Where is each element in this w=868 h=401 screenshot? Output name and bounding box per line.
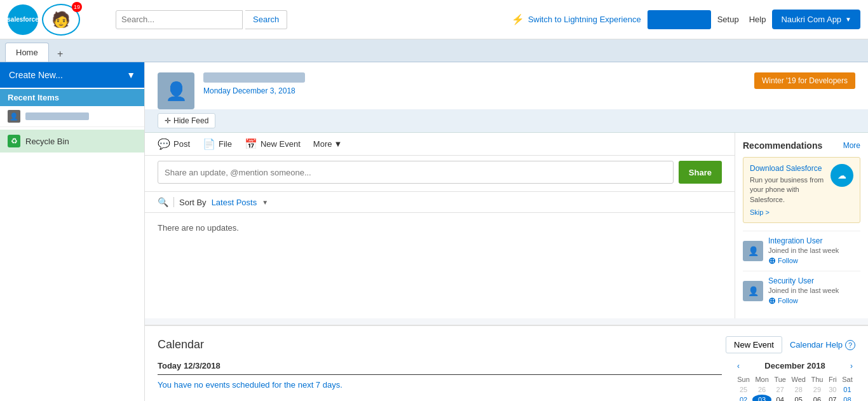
cal-prev-button[interactable]: ‹ <box>735 362 742 370</box>
sidebar-recent-user[interactable]: 👤 <box>0 106 144 127</box>
rec-more-link[interactable]: More <box>843 141 860 150</box>
cal-day-wed: Wed <box>789 374 808 384</box>
create-new-caret: ▼ <box>126 70 135 80</box>
rec-title: Recommendations <box>743 140 822 151</box>
app-switcher-button[interactable]: Naukri Com App ▼ <box>772 10 860 29</box>
cal-day-sat: Sat <box>839 374 855 384</box>
sort-value[interactable]: Latest Posts <box>212 198 257 207</box>
cal-cell[interactable]: 30 <box>826 384 839 395</box>
recycle-bin-label: Recycle Bin <box>25 137 69 146</box>
recycle-bin-item[interactable]: ♻ Recycle Bin <box>0 130 144 153</box>
sort-label: Sort By <box>179 198 207 207</box>
no-events-text: You have no events scheduled for the nex… <box>158 380 722 390</box>
share-area: Share <box>145 156 735 192</box>
cal-body: 2526272829300102030405060708 <box>735 384 855 401</box>
follow-btn-1[interactable]: ⊕ Follow <box>768 296 860 306</box>
cal-cell[interactable]: 06 <box>808 395 826 401</box>
rec-skip-link[interactable]: Skip > <box>750 208 825 216</box>
no-updates-text: There are no updates. <box>158 223 239 233</box>
mini-calendar: ‹ December 2018 › Sun Mon Tue Wed Thu <box>735 361 855 401</box>
cal-cell[interactable]: 05 <box>789 395 808 401</box>
cal-cell[interactable]: 29 <box>808 384 826 395</box>
search-icon-small: 🔍 <box>158 197 168 207</box>
calendar-help-icon: ? <box>845 340 855 350</box>
post-action-more[interactable]: More ▼ <box>313 139 342 149</box>
feed-recommendations: 💬 Post 📄 File 📅 New Event More ▼ <box>145 133 868 318</box>
tab-add-button[interactable]: + <box>53 46 68 62</box>
follow-label-0: Follow <box>778 257 798 264</box>
post-actions: 💬 Post 📄 File 📅 New Event More ▼ <box>145 133 735 156</box>
post-action-file[interactable]: 📄 File <box>203 138 232 150</box>
content-area: 👤 Monday December 3, 2018 Winter '19 for… <box>145 62 868 401</box>
profile-name-bar <box>203 72 305 83</box>
calendar-section: Calendar New Event Calendar Help ? Today… <box>145 325 868 401</box>
rec-download-title[interactable]: Download Salesforce <box>750 164 825 173</box>
rec-download-desc: Run your business from your phone with S… <box>750 175 825 205</box>
cal-day-thu: Thu <box>808 374 826 384</box>
cal-cell[interactable]: 25 <box>735 384 752 395</box>
create-new-label: Create New... <box>9 70 63 80</box>
cal-day-fri: Fri <box>826 374 839 384</box>
cal-cell[interactable]: 28 <box>789 384 808 395</box>
sidebar: Create New... ▼ Recent Items 👤 ♻ Recycle… <box>0 62 145 401</box>
today-label: Today 12/3/2018 <box>158 361 722 375</box>
create-new-button[interactable]: Create New... ▼ <box>0 62 144 88</box>
new-event-label: New Event <box>261 139 301 149</box>
person-rec-1: 👤 Security User Joined in the last week … <box>743 271 860 311</box>
feed-content: There are no updates. <box>145 213 735 264</box>
tabs-bar: Home + <box>0 39 868 62</box>
winter-badge[interactable]: Winter '19 for Developers <box>754 72 855 89</box>
post-action-post[interactable]: 💬 Post <box>158 138 190 150</box>
cal-cell[interactable]: 26 <box>752 384 771 395</box>
cal-cell[interactable]: 27 <box>771 384 789 395</box>
cal-cell[interactable]: 01 <box>839 384 855 395</box>
person-rec-0: 👤 Integration User Joined in the last we… <box>743 231 860 271</box>
help-link[interactable]: Help <box>749 15 766 24</box>
event-icon: 📅 <box>245 138 257 150</box>
divider <box>173 197 174 207</box>
cal-cell[interactable]: 02 <box>735 395 752 401</box>
calendar-header: Calendar New Event Calendar Help ? <box>158 336 855 353</box>
calendar-body: Today 12/3/2018 You have no events sched… <box>158 361 855 401</box>
notification-badge[interactable]: 🧑 19 <box>42 4 80 36</box>
share-button[interactable]: Share <box>679 161 722 184</box>
follow-btn-0[interactable]: ⊕ Follow <box>768 255 860 266</box>
sort-caret[interactable]: ▼ <box>262 199 268 206</box>
rec-header: Recommendations More <box>743 140 860 151</box>
tab-home-label: Home <box>16 48 38 57</box>
sidebar-item-text <box>25 112 89 120</box>
mini-cal-header: ‹ December 2018 › <box>735 361 855 370</box>
cal-cell[interactable]: 03 <box>752 395 771 401</box>
more-label: More <box>313 139 332 149</box>
lightning-label: Switch to Lightning Experience <box>528 15 641 24</box>
rec-card-text: Download Salesforce Run your business fr… <box>750 164 825 216</box>
cal-cell[interactable]: 07 <box>826 395 839 401</box>
new-event-button[interactable]: New Event <box>726 336 782 353</box>
hide-feed-button[interactable]: ✛ Hide Feed <box>158 113 215 128</box>
header-action-button[interactable] <box>648 10 711 29</box>
person-name-0[interactable]: Integration User <box>768 236 860 245</box>
notification-count: 19 <box>72 2 82 12</box>
follow-label-1: Follow <box>778 297 798 304</box>
cal-cell[interactable]: 08 <box>839 395 855 401</box>
lightning-switch-button[interactable]: ⚡ Switch to Lightning Experience <box>512 13 641 25</box>
search-input[interactable] <box>116 10 243 29</box>
search-button[interactable]: Search <box>245 10 287 29</box>
cal-next-button[interactable]: › <box>848 362 855 370</box>
file-icon: 📄 <box>203 138 215 150</box>
person-name-1[interactable]: Security User <box>768 276 860 285</box>
app-btn-label: Naukri Com App <box>781 15 841 24</box>
tab-home[interactable]: Home <box>5 43 49 62</box>
cal-cell[interactable]: 04 <box>771 395 789 401</box>
mini-cal-title: December 2018 <box>742 361 848 370</box>
cal-day-sun: Sun <box>735 374 752 384</box>
setup-link[interactable]: Setup <box>717 15 739 24</box>
share-input[interactable] <box>158 161 674 184</box>
rec-download-card: Download Salesforce Run your business fr… <box>743 157 860 223</box>
post-action-new-event[interactable]: 📅 New Event <box>245 138 301 150</box>
person-info-0: Integration User Joined in the last week… <box>768 236 860 266</box>
character-icon: 🧑 <box>51 11 71 29</box>
follow-plus-icon-1: ⊕ <box>768 296 776 306</box>
person-avatar-1: 👤 <box>743 281 763 301</box>
calendar-help-link[interactable]: Calendar Help ? <box>790 340 855 350</box>
